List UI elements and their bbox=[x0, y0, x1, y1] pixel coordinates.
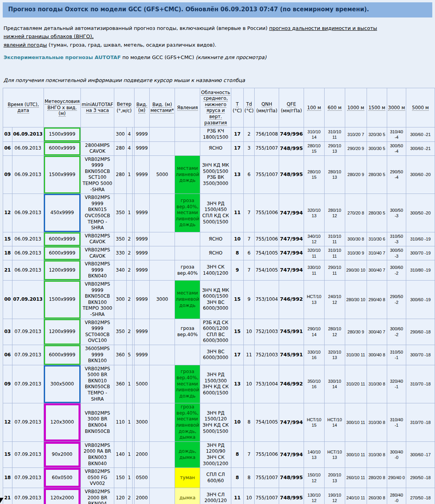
cell-qfe: 745/991 bbox=[279, 345, 304, 365]
cell-altitude-3: 300/40 7 bbox=[367, 260, 387, 281]
cell-altitude-2: 310/20 11 bbox=[345, 365, 367, 403]
cell-wind-speed: 1 bbox=[126, 468, 132, 488]
cell-altitude-0: 320/10 13 bbox=[304, 194, 325, 232]
cell-date: 06.09.2013 bbox=[12, 194, 44, 232]
cell-temperature: 10 bbox=[231, 403, 244, 442]
cell-temperature: 10 bbox=[231, 232, 244, 246]
col-header-miniautotaf[interactable]: miniAUTOTAF на 3 часа bbox=[80, 88, 114, 127]
cell-visibility-places: 5000 bbox=[150, 155, 175, 194]
cell-wind-dir: 110 bbox=[114, 403, 127, 442]
cell-date: 07.09.2013 bbox=[12, 365, 44, 403]
cell-wind-dir: 140 bbox=[114, 441, 127, 467]
cell-wind-speed: 5 bbox=[126, 345, 132, 365]
col-header-phenomena[interactable]: Явления bbox=[175, 88, 200, 127]
cell-altitude-3: 260/30 8 bbox=[367, 488, 387, 504]
cell-miniautotaf: VRB02MPS CAVOK bbox=[80, 246, 114, 260]
cell-clouds: ЗНЧ ВС 6000/3000 bbox=[200, 345, 231, 365]
table-row: 0906.09.20131500x9999VRB02MPS 9999 BKN05… bbox=[3, 155, 435, 194]
intro-text-after: (туман, гроза, град, шквал, метель, осад… bbox=[47, 42, 217, 48]
cell-altitude-5: 300/60 -21 bbox=[406, 141, 435, 155]
phenomena-link[interactable]: явлений погоды bbox=[3, 42, 47, 48]
cell-miniautotaf: VRB02MPS 9999 BKN015 OVC050CB TEMPO - SH… bbox=[80, 194, 114, 232]
cell-altitude-4: 300/60 -2 bbox=[387, 260, 406, 281]
col-header-wind[interactable]: Ветер(°,м/с) bbox=[114, 88, 134, 127]
col-header-dewpoint[interactable]: Td(°C) bbox=[243, 88, 255, 127]
mouse-cursor bbox=[0, 498, 3, 503]
cell-altitude-1: 310/10 11 bbox=[324, 127, 345, 141]
cell-altitude-4: 280/40 -0 bbox=[387, 488, 406, 504]
cell-altitude-5: 310/60 -19 bbox=[406, 232, 435, 246]
cell-visibility: 9999 bbox=[134, 319, 150, 345]
cell-altitude-4: 300/50 -3 bbox=[387, 246, 406, 260]
cell-visibility: 2000 bbox=[134, 488, 150, 504]
col-header-visibility-places[interactable]: Вид. (м) местами* bbox=[150, 88, 175, 127]
cell-time: 18 bbox=[3, 246, 12, 260]
cell-altitude-5: 300/70 -19 bbox=[406, 246, 435, 260]
cell-visibility: 9999 bbox=[134, 280, 150, 319]
cell-miniautotaf: VRB02MPS 9999 BKN050CB BKN100 TEMPO 3000… bbox=[80, 280, 114, 319]
cell-dewpoint: 7 bbox=[243, 232, 255, 246]
autotaf-link[interactable]: Экспериментальные прогнозы AUTOTAF bbox=[3, 54, 121, 60]
col-header-meteo[interactable]: Метеоусловия ВНГО х вид. (м) bbox=[44, 88, 80, 127]
cell-altitude-0: 350/10 16 bbox=[304, 365, 325, 403]
cell-phenomena: гроза вер.40%, местами ливневой дождь bbox=[175, 365, 200, 403]
col-header-5000m[interactable]: 5000 м bbox=[406, 88, 435, 127]
cell-meteo: 60x0500 bbox=[44, 468, 80, 488]
cell-temperature: 17 bbox=[231, 141, 244, 155]
cell-altitude-1: 310/10 11 bbox=[324, 232, 345, 246]
cell-date: 07.09.2013 bbox=[12, 403, 44, 442]
cell-altitude-1: 200/10 13 bbox=[324, 468, 345, 488]
cell-visibility-places bbox=[150, 345, 175, 365]
cell-clouds: ЯСНО bbox=[200, 232, 231, 246]
cell-altitude-0: 290/10 14 bbox=[304, 319, 325, 345]
cell-time: 03 bbox=[3, 319, 12, 345]
cell-clouds: ЗНЧ РД 1500/450 СПЛ КД СК 5000/1500 bbox=[200, 194, 231, 232]
cell-wind-speed: 4 bbox=[126, 141, 132, 155]
cell-altitude-5: 300/60 -21 bbox=[406, 127, 435, 141]
cell-qnh: 752/1003 bbox=[255, 319, 279, 345]
cell-altitude-4: 300/50 -4 bbox=[387, 141, 406, 155]
cell-altitude-2: 260/10 11 bbox=[345, 468, 367, 488]
cell-qfe: 746/992 bbox=[279, 365, 304, 403]
cell-altitude-0: 280/10 15 bbox=[304, 141, 325, 155]
col-header-1500m[interactable]: 1500 м bbox=[367, 88, 387, 127]
col-header-3000m[interactable]: 3000 м bbox=[387, 88, 406, 127]
cell-altitude-5: 300/60 -20 bbox=[406, 155, 435, 194]
col-header-qfe[interactable]: QFE(мм/гПа) bbox=[279, 88, 304, 127]
cell-date: 06.09.2013 bbox=[12, 155, 44, 194]
cell-altitude-5: 310/70 -18 bbox=[406, 403, 435, 442]
cell-visibility-places bbox=[150, 260, 175, 281]
cell-miniautotaf: VRB02MPS CAVOK bbox=[80, 232, 114, 246]
cell-time: 12 bbox=[3, 403, 12, 442]
col-header-time-date[interactable]: Время (UTC), дата bbox=[3, 88, 44, 127]
cell-visibility-places: 3000 bbox=[150, 280, 175, 319]
cell-altitude-3: 280/30 5 bbox=[367, 155, 387, 194]
cell-visibility-places bbox=[150, 441, 175, 467]
cell-dewpoint: 8 bbox=[243, 468, 255, 488]
cell-dewpoint: 7 bbox=[243, 194, 255, 232]
col-header-visibility[interactable]: Вид. (м) bbox=[134, 88, 150, 127]
cell-altitude-4: 310/50 -3 bbox=[387, 232, 406, 246]
cell-altitude-2: 270/20 8 bbox=[345, 194, 367, 232]
col-header-clouds[interactable]: Облачность среднего, нижнего яруса и вер… bbox=[200, 88, 231, 127]
cell-wind-dir: 330 bbox=[114, 246, 127, 260]
cell-wind-speed: 2 bbox=[126, 232, 132, 246]
table-row: 0306.09.20131500x999930049999РЗБ КЧ 1800… bbox=[3, 127, 435, 141]
col-header-1000m[interactable]: 1000 м bbox=[345, 88, 367, 127]
col-header-qnh[interactable]: QNH(мм/гПа) bbox=[255, 88, 279, 127]
cell-qfe: 747/994 bbox=[279, 232, 304, 246]
cell-altitude-5: 300/60 -19 bbox=[406, 280, 435, 319]
cell-altitude-1: 290/10 11 bbox=[324, 260, 345, 281]
cell-visibility-places bbox=[150, 365, 175, 403]
cell-miniautotaf: VRB02MPS 3000 BR BKN004 BKN050CB bbox=[80, 403, 114, 442]
cell-visibility: 3000 bbox=[134, 403, 150, 442]
cell-altitude-1: 320/10 13 bbox=[324, 345, 345, 365]
col-header-100m[interactable]: 100 м bbox=[304, 88, 325, 127]
col-header-600m[interactable]: 600 м bbox=[324, 88, 345, 127]
cell-altitude-2: 310/20 7 bbox=[345, 127, 367, 141]
cell-altitude-1: 310/10 11 bbox=[324, 246, 345, 260]
cell-visibility-places bbox=[150, 194, 175, 232]
col-header-temperature[interactable]: T(°C) bbox=[231, 88, 244, 127]
cell-date: 06.09.2013 bbox=[12, 260, 44, 281]
cell-date: 07.09.2013 bbox=[12, 319, 44, 345]
